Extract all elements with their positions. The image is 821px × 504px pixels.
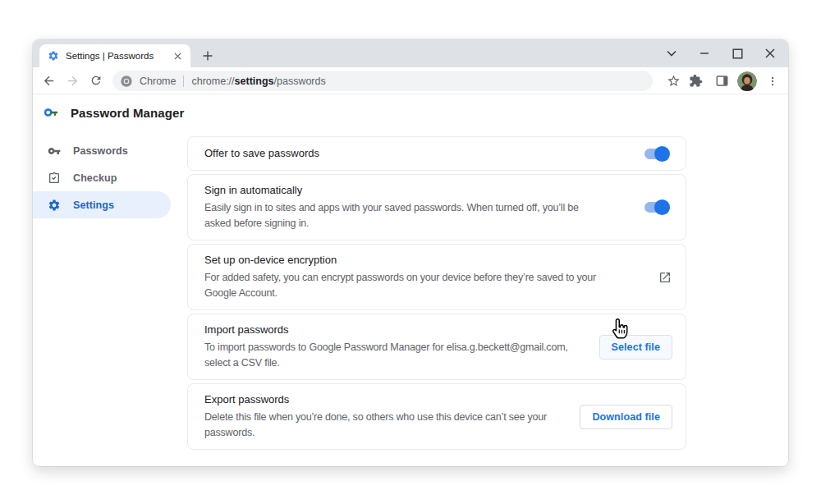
address-bar[interactable]: Chrome chrome://settings/passwords xyxy=(112,71,653,91)
setting-row-import-passwords: Import passwords To import passwords to … xyxy=(187,314,686,380)
window-restore-chevron-icon[interactable] xyxy=(655,39,688,67)
tab-settings-passwords[interactable]: Settings | Passwords xyxy=(39,44,190,67)
row-subtitle: Delete this file when you’re done, so ot… xyxy=(204,410,571,441)
toolbar-right-icons xyxy=(685,67,783,94)
forward-arrow-icon[interactable] xyxy=(62,71,82,90)
three-dot-menu-icon[interactable] xyxy=(762,71,783,92)
sidebar-item-settings[interactable]: Settings xyxy=(33,191,171,218)
setting-row-offer-to-save: Offer to save passwords xyxy=(187,136,686,171)
toggle-knob xyxy=(654,199,670,215)
checkup-clipboard-icon xyxy=(48,172,61,185)
url-text: chrome://settings/passwords xyxy=(191,76,325,87)
back-arrow-icon[interactable] xyxy=(39,71,58,90)
sidebar-nav: Passwords Checkup Settings xyxy=(33,137,171,218)
side-panel-icon[interactable] xyxy=(711,71,732,92)
settings-gear-favicon-icon xyxy=(48,50,59,62)
row-subtitle: For added safety, you can encrypt passwo… xyxy=(204,270,603,301)
setting-row-sign-in-automatically: Sign in automatically Easily sign in to … xyxy=(187,174,686,241)
page-title: Password Manager xyxy=(71,106,184,120)
tab-close-icon[interactable] xyxy=(171,49,184,62)
sidebar-item-label: Settings xyxy=(73,199,114,211)
select-file-button[interactable]: Select file xyxy=(599,335,672,360)
window-minimize-icon[interactable] xyxy=(688,39,721,67)
sidebar-item-label: Checkup xyxy=(73,172,117,184)
row-title: Import passwords xyxy=(204,322,591,337)
sign-in-automatically-toggle[interactable] xyxy=(644,202,668,213)
external-link-icon[interactable] xyxy=(655,268,675,287)
password-manager-header: Password Manager xyxy=(43,104,184,121)
window-controls xyxy=(655,39,787,67)
window-maximize-icon[interactable] xyxy=(721,39,754,67)
tab-title: Settings | Passwords xyxy=(66,51,171,61)
offer-to-save-toggle[interactable] xyxy=(644,149,668,159)
origin-chip-label: Chrome xyxy=(140,76,176,87)
new-tab-icon[interactable] xyxy=(200,48,215,63)
tab-strip: Settings | Passwords xyxy=(33,39,788,67)
row-subtitle: To import passwords to Google Password M… xyxy=(204,340,591,371)
sidebar-item-checkup[interactable]: Checkup xyxy=(33,164,171,191)
sidebar-item-label: Passwords xyxy=(73,145,128,157)
key-icon xyxy=(48,144,61,158)
settings-list: Offer to save passwords Sign in automati… xyxy=(187,136,686,450)
window-close-icon[interactable] xyxy=(754,39,787,67)
download-file-button[interactable]: Download file xyxy=(580,405,672,429)
row-title: Set up on-device encryption xyxy=(204,252,647,268)
chrome-logo-icon xyxy=(120,75,133,88)
setting-row-on-device-encryption: Set up on-device encryption For added sa… xyxy=(187,244,686,310)
setting-row-export-passwords: Export passwords Delete this file when y… xyxy=(187,383,686,450)
sidebar-item-passwords[interactable]: Passwords xyxy=(33,137,171,164)
row-subtitle: Easily sign in to sites and apps with yo… xyxy=(204,200,603,231)
origin-separator xyxy=(183,76,184,87)
browser-window: Settings | Passwords xyxy=(33,39,788,466)
profile-avatar[interactable] xyxy=(737,71,757,91)
extensions-puzzle-icon[interactable] xyxy=(685,71,706,92)
page-content: Password Manager Passwords Checkup Setti… xyxy=(33,94,788,465)
row-title: Offer to save passwords xyxy=(204,145,626,161)
desktop: Settings | Passwords xyxy=(0,0,821,504)
bookmark-star-icon[interactable] xyxy=(663,71,683,90)
row-title: Export passwords xyxy=(204,392,571,407)
row-title: Sign in automatically xyxy=(204,182,626,198)
toggle-knob xyxy=(654,146,670,162)
browser-toolbar: Chrome chrome://settings/passwords xyxy=(33,67,788,94)
gear-icon xyxy=(48,199,61,212)
password-manager-key-logo-icon xyxy=(43,104,59,121)
reload-icon[interactable] xyxy=(86,71,106,90)
